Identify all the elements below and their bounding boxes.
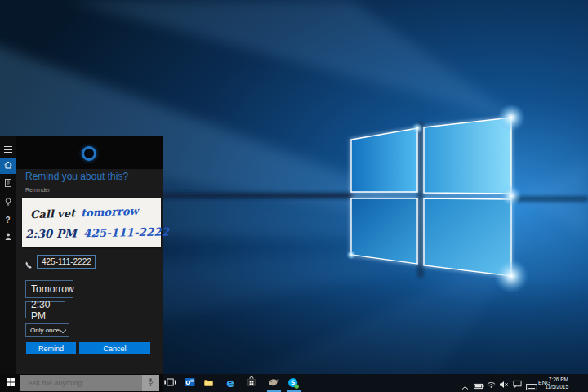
clock-date: 11/5/2015 — [542, 383, 568, 390]
outlook-icon — [185, 376, 195, 390]
note-text-call-vet: Call vet — [30, 207, 76, 220]
task-view-button[interactable] — [163, 376, 176, 390]
clock-time: 7:26 PM — [542, 376, 568, 383]
cortana-logo-icon — [82, 146, 96, 161]
lightbulb-icon — [3, 195, 13, 210]
chevron-up-icon — [461, 379, 469, 392]
taskbar-app-mouse[interactable] — [266, 376, 279, 390]
cancel-button[interactable]: Cancel — [79, 342, 150, 354]
reminder-section-label: Reminder — [25, 187, 50, 193]
chevron-down-icon — [60, 326, 66, 332]
wifi-icon — [487, 377, 496, 392]
cortana-header — [0, 136, 163, 169]
recurrence-dropdown[interactable]: Only once — [25, 323, 69, 337]
home-icon — [3, 158, 13, 173]
keyboard-icon — [526, 379, 537, 392]
recurrence-value: Only once — [30, 327, 60, 334]
start-button[interactable] — [6, 378, 16, 388]
hamburger-menu-icon[interactable] — [0, 141, 16, 158]
note-line-2: 2:30 PM425-111-2222 — [25, 225, 169, 240]
date-field[interactable]: Tomorrow — [25, 280, 74, 298]
task-view-icon — [164, 376, 176, 390]
action-center-icon — [513, 377, 522, 392]
phone-icon — [24, 258, 33, 273]
taskbar-app-edge[interactable]: e — [224, 376, 237, 390]
battery-icon — [474, 378, 484, 392]
feedback-person-icon — [3, 230, 13, 245]
sidebar-item-notebook[interactable] — [0, 176, 16, 192]
phone-number-field[interactable]: 425-111-2222 — [37, 255, 96, 269]
sidebar-item-home[interactable] — [0, 158, 16, 174]
cortana-panel: ? Remind you about this? Reminder Call v… — [0, 136, 163, 374]
notebook-icon — [3, 176, 13, 191]
search-input[interactable] — [20, 375, 142, 391]
desktop: ? Remind you about this? Reminder Call v… — [0, 0, 588, 392]
folder-icon — [203, 376, 214, 390]
show-desktop-button[interactable] — [586, 376, 586, 390]
microphone-button[interactable] — [142, 375, 159, 391]
taskbar-app-store[interactable] — [245, 376, 258, 390]
remind-button[interactable]: Remind — [26, 342, 76, 354]
note-line-1: Call vettomorrow — [30, 205, 139, 221]
help-icon: ? — [5, 216, 10, 225]
sidebar-item-feedback[interactable] — [0, 229, 16, 246]
taskbar-app-file-explorer[interactable] — [202, 376, 215, 390]
skype-icon: S — [287, 377, 299, 389]
taskbar-clock[interactable]: 7:26 PM 11/5/2015 — [542, 376, 568, 390]
store-icon — [247, 376, 256, 390]
action-center-button[interactable] — [513, 377, 522, 392]
sidebar-item-help[interactable]: ? — [0, 212, 16, 229]
sidebar-item-reminders[interactable] — [0, 194, 16, 211]
note-text-tomorrow: tomorrow — [81, 205, 139, 219]
page-title: Remind you about this? — [25, 171, 128, 182]
edge-icon: e — [226, 377, 234, 389]
note-text-time: 2:30 PM — [25, 226, 77, 240]
touch-keyboard-button[interactable] — [526, 379, 537, 392]
tray-volume[interactable] — [499, 377, 509, 392]
time-field[interactable]: 2:30 PM — [25, 301, 65, 318]
taskbar-app-skype[interactable]: S — [287, 376, 300, 390]
volume-muted-icon — [499, 377, 509, 392]
mouse-app-icon — [267, 376, 279, 390]
skype-s-glyph: S — [291, 379, 295, 386]
tray-overflow-button[interactable] — [461, 379, 469, 392]
taskbar: e S — [0, 374, 588, 392]
cortana-sidebar: ? — [0, 136, 16, 374]
note-text-phone: 425-111-2222 — [83, 225, 169, 239]
windows-logo-icon — [6, 376, 16, 390]
taskbar-app-outlook[interactable] — [183, 376, 196, 390]
handwritten-note-card: Call vettomorrow 2:30 PM425-111-2222 — [22, 198, 161, 247]
tray-wifi[interactable] — [487, 377, 496, 392]
cortana-search-box[interactable] — [20, 375, 159, 391]
tray-battery[interactable] — [474, 378, 484, 392]
microphone-icon — [146, 376, 155, 390]
